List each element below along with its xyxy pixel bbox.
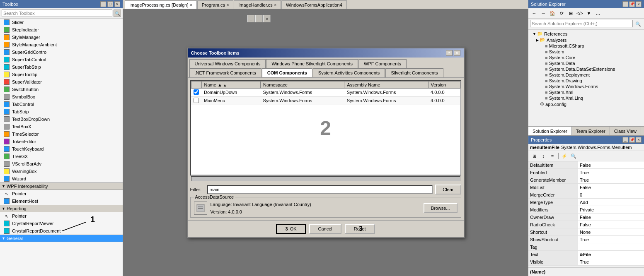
tree-item-systemxml[interactable]: ■ System.Xml	[529, 89, 643, 95]
se-search-btn[interactable]: 🔍	[634, 20, 642, 28]
toolbox-item-textboxdropdown[interactable]: TextBoxDropDown	[0, 115, 123, 123]
tab-program[interactable]: Program.cs ×	[197, 0, 234, 9]
toolbox-item-pointer-wpf[interactable]: ↖ Pointer	[0, 190, 123, 197]
row-checkbox-mainmenu[interactable]	[191, 96, 201, 105]
tree-item-systemdrawing[interactable]: ■ System.Drawing	[529, 78, 643, 84]
toolbox-item-elementhost[interactable]: ElementHost	[0, 197, 123, 205]
se-home-btn[interactable]: 🏠	[548, 9, 557, 17]
toolbox-item-timeselector[interactable]: TimeSelector	[0, 130, 123, 138]
cancel-button[interactable]: Cancel	[309, 224, 341, 234]
toolbox-maximize-btn[interactable]: □	[107, 1, 113, 7]
toolbox-search-button[interactable]: 🔍	[114, 10, 121, 17]
tree-item-systemdeployment[interactable]: ■ System.Deployment	[529, 72, 643, 78]
se-forward-btn[interactable]: →	[539, 9, 547, 17]
hscroll-track[interactable]	[191, 176, 460, 181]
se-tab-solution-explorer[interactable]: Solution Explorer	[528, 127, 572, 135]
prop-value-radiocheck[interactable]: False	[578, 221, 644, 228]
col-header-assembly[interactable]: Assembly Name	[344, 81, 428, 88]
dialog-close-btn[interactable]: ×	[454, 50, 460, 56]
tab-winforms[interactable]: WindowsFormsApplication4	[281, 0, 347, 9]
prop-value-shortcut[interactable]: None	[578, 228, 644, 235]
toolbox-item-stylemanagerambient[interactable]: StyleManagerAmbient	[0, 41, 123, 48]
tab-imageprocessing-close[interactable]: ×	[190, 3, 192, 7]
tab-program-close[interactable]: ×	[227, 3, 229, 7]
browse-button[interactable]: Browse...	[424, 203, 458, 213]
se-search-input[interactable]	[530, 20, 633, 27]
toolbox-search-input[interactable]	[2, 10, 112, 17]
tab-system-activities[interactable]: System.Activities Components	[313, 68, 385, 77]
toolbox-item-supertabcontrol[interactable]: SuperTabControl	[0, 56, 123, 63]
tree-item-microsoftcsharp[interactable]: ■ Microsoft.CSharp	[529, 43, 643, 49]
row-checkbox-domainupdown[interactable]	[191, 88, 201, 96]
prop-value-modifiers[interactable]: Private	[578, 206, 644, 213]
prop-pin-btn[interactable]: 📌	[629, 137, 635, 143]
prop-value-text[interactable]: &File	[578, 251, 644, 258]
reset-button[interactable]: Reset	[345, 224, 375, 234]
toolbox-item-symbolbox[interactable]: SymbolBox	[0, 93, 123, 101]
toolbox-item-warningbox[interactable]: WarningBox	[0, 168, 123, 175]
prop-value-generatemember[interactable]: True	[578, 176, 644, 183]
prop-value-mergeorder[interactable]: 0	[578, 191, 644, 198]
toolbox-item-tabstrip[interactable]: TabStrip	[0, 108, 123, 115]
prop-value-visible[interactable]: True	[578, 258, 644, 265]
tree-item-appconfig[interactable]: ⚙ app.config	[529, 101, 643, 107]
horizontal-scrollbar[interactable]	[190, 175, 461, 182]
prop-value-mergetype[interactable]: Add	[578, 199, 644, 206]
se-more-btn[interactable]: …	[594, 9, 602, 17]
prop-lightning-btn[interactable]: ⚡	[560, 152, 569, 160]
se-minimize-btn[interactable]: _	[622, 1, 628, 7]
tab-imageprocessing[interactable]: ImageProcessing.cs [Design] ×	[125, 0, 197, 9]
toolbox-item-slider[interactable]: Slider	[0, 19, 123, 26]
prop-sort-btn[interactable]: ↕	[539, 152, 547, 160]
clear-button[interactable]: Clear	[435, 185, 461, 194]
tree-item-systemdata[interactable]: ■ System.Data	[529, 60, 643, 66]
toolbox-item-supergridcontrol[interactable]: SuperGridControl	[0, 48, 123, 56]
prop-categorize-btn[interactable]: ≡	[548, 152, 557, 160]
filter-input[interactable]	[207, 185, 433, 194]
toolbox-item-supertooltip[interactable]: SuperTooltip	[0, 71, 123, 78]
tree-item-analyzers[interactable]: ▶ 📂 Analyzers	[529, 37, 643, 43]
se-code-btn[interactable]: </>	[576, 9, 584, 17]
prop-value-mdilist[interactable]: False	[578, 184, 644, 191]
tab-windows-phone[interactable]: Windows Phone Silverlight Components	[266, 59, 358, 68]
toolbox-item-pointer-reporting[interactable]: ↖ Pointer	[0, 212, 123, 220]
toolbox-item-touchkeyboard[interactable]: TouchKeyboard	[0, 145, 123, 153]
ok-button[interactable]: 3 OK	[276, 224, 305, 234]
prop-minimize-btn[interactable]: _	[622, 137, 628, 143]
tree-item-systemxmllinq[interactable]: ■ System.Xml.Linq	[529, 95, 643, 101]
tab-dotnet-framework[interactable]: .NET Framework Components	[189, 68, 261, 77]
toolbox-item-wizard[interactable]: Wizard	[0, 175, 123, 182]
toolbox-item-supertabstrip[interactable]: SuperTabStrip	[0, 63, 123, 71]
toolbox-item-switchbutton[interactable]: SwitchButton	[0, 86, 123, 93]
toolbox-minimize-btn[interactable]: _	[100, 1, 106, 7]
col-header-namespace[interactable]: Namespace	[261, 81, 344, 88]
se-pin-btn[interactable]: 📌	[629, 1, 635, 7]
prop-value-enabled[interactable]: True	[578, 169, 644, 176]
toolbox-section-general[interactable]: ▼ General	[0, 235, 123, 242]
col-header-checkbox[interactable]	[191, 81, 201, 88]
se-dropdown-btn[interactable]: ▼	[585, 9, 593, 17]
toolbox-close-btn[interactable]: ×	[114, 1, 120, 7]
tree-item-systemdatadatasetextensions[interactable]: ■ System.Data.DataSetExtensions	[529, 66, 643, 72]
tree-item-system[interactable]: ■ System	[529, 49, 643, 55]
tab-com-components[interactable]: COM Components	[262, 68, 312, 77]
prop-value-tag[interactable]	[578, 243, 644, 250]
toolbox-item-tabcontrol[interactable]: TabControl	[0, 101, 123, 108]
se-back-btn[interactable]: ←	[530, 9, 538, 17]
col-header-name[interactable]: Name ▲	[201, 81, 261, 88]
toolbox-item-crystalreportdocument[interactable]: CrystalReportDocument	[0, 227, 123, 235]
toolbox-item-stepindicator[interactable]: StepIndicator	[0, 26, 123, 34]
tree-item-systemcore[interactable]: ■ System.Core	[529, 55, 643, 60]
tab-silverlight[interactable]: Silverlight Components	[385, 68, 443, 77]
tab-universal-windows[interactable]: Universal Windows Components	[189, 59, 266, 68]
tree-item-systemwindowsforms[interactable]: ■ System.Windows.Forms	[529, 84, 643, 89]
toolbox-item-supervalidator[interactable]: SuperValidator	[0, 78, 123, 86]
toolbox-item-stylemanager[interactable]: StyleManager	[0, 34, 123, 41]
toolbox-item-textboxx[interactable]: TextBoxX	[0, 123, 123, 130]
toolbox-section-wpf[interactable]: ▼ WPF Interoperability	[0, 182, 123, 190]
tab-imagehandler[interactable]: ImageHandler.cs ×	[234, 0, 281, 9]
toolbox-item-treegx[interactable]: TreeGX	[0, 153, 123, 160]
tab-imagehandler-close[interactable]: ×	[274, 3, 276, 7]
prop-close-btn[interactable]: ×	[636, 137, 642, 143]
col-header-version[interactable]: Version	[428, 81, 460, 88]
